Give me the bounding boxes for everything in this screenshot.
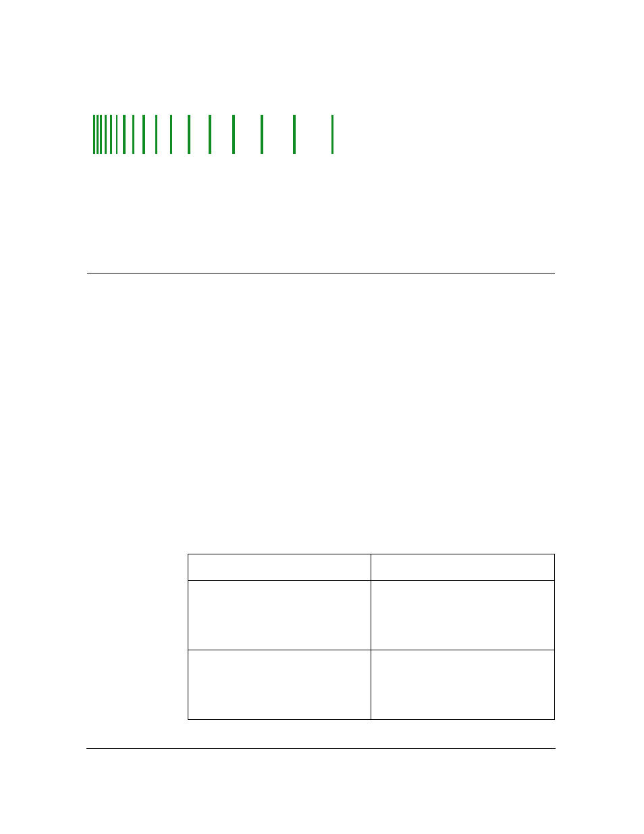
table-cell — [188, 581, 371, 650]
table-cell — [188, 554, 371, 581]
table-cell — [371, 581, 555, 650]
document-page — [0, 0, 644, 834]
table-row — [188, 581, 555, 650]
table-cell — [188, 650, 371, 720]
table-cell — [371, 650, 555, 720]
green-barcode-header — [93, 115, 564, 154]
table-row — [188, 650, 555, 720]
table-row — [188, 554, 555, 581]
divider-lower — [86, 748, 556, 749]
divider-upper — [87, 273, 555, 273]
content-table — [188, 554, 555, 720]
table-cell — [371, 554, 555, 581]
